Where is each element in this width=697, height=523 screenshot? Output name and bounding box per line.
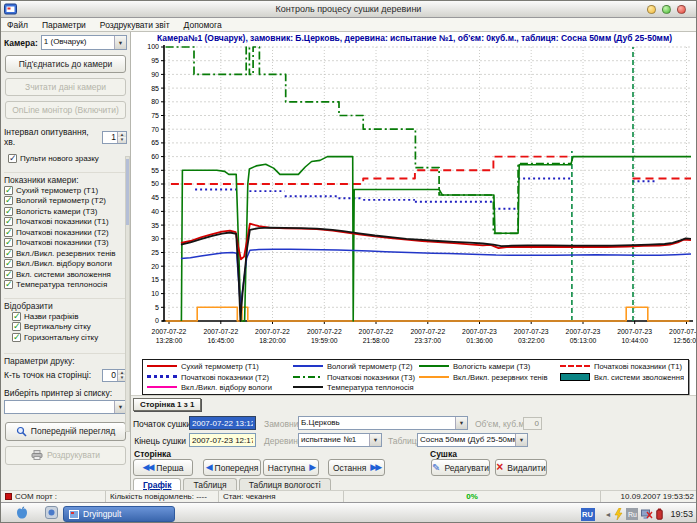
indicator-checkbox-2[interactable]: ✓ <box>4 207 13 216</box>
legend-item-2: Вологість камери (Т3) <box>419 362 560 371</box>
indicator-label-7: Вкл./Викл. відбору вологи <box>16 259 112 268</box>
double-right-arrow-icon: ▶▶ <box>370 463 380 472</box>
camera-select[interactable]: 1 (Овчарук) ▼ <box>41 35 127 50</box>
apple-menu-icon[interactable] <box>15 506 29 521</box>
scrollbar-thumb[interactable] <box>126 159 129 225</box>
legend-label: Початкові показники (Т1) <box>594 362 682 371</box>
new-sample-label: Пульти нового зразку <box>20 154 99 163</box>
bottom-panel: Сторінка 1 з 1 Початок сушки Замовник Б.… <box>131 395 697 490</box>
volume-label: Об'єм, куб.м. <box>475 419 527 429</box>
legend-item-8: Вкл./Викл. відбору вологи <box>147 383 293 392</box>
sidebar-scrollbar[interactable] <box>125 156 130 432</box>
minimize-button[interactable] <box>647 5 656 14</box>
svg-text:2007-07-23: 2007-07-23 <box>462 328 497 335</box>
spinner-down-icon[interactable]: ▼ <box>118 137 126 143</box>
lightning-icon[interactable] <box>614 508 623 520</box>
chevron-down-icon: ▼ <box>515 434 527 446</box>
wood-select[interactable]: испытание №1 ▼ <box>298 433 382 447</box>
indicator-label-0: Сухий термометр (Т1) <box>16 186 98 195</box>
dock-app-icon[interactable] <box>45 506 58 519</box>
delete-button[interactable]: × Видалити <box>495 459 547 476</box>
indicator-checkbox-4[interactable]: ✓ <box>4 228 13 237</box>
camera-value: 1 (Овчарук) <box>42 36 114 49</box>
printer-value <box>5 401 114 413</box>
window-title: Контроль процесу сушки деревини <box>1 4 696 14</box>
indicator-checkbox-6[interactable]: ✓ <box>4 249 13 258</box>
svg-text:35: 35 <box>151 222 159 229</box>
interval-spinner[interactable]: 1 ▲▼ <box>102 131 127 144</box>
svg-text:10:44:00: 10:44:00 <box>621 337 648 344</box>
zoom-button[interactable] <box>662 5 671 14</box>
legend-label: Вологість камери (Т3) <box>453 362 530 371</box>
legend-label: Початкові показники (Т3) <box>327 373 415 382</box>
connect-button[interactable]: Під'єднатись до камери <box>5 55 126 73</box>
indicator-label-9: Температура теплоносія <box>16 280 107 289</box>
messages-label: Кількість повідомлень: ---- <box>110 492 207 501</box>
customer-select[interactable]: Б.Церковь ▼ <box>298 416 468 430</box>
svg-text:2007-07-23: 2007-07-23 <box>617 328 652 335</box>
menu-item-1[interactable]: Параметри <box>42 20 86 30</box>
svg-text:01:36:00: 01:36:00 <box>466 337 493 344</box>
new-sample-checkbox[interactable]: ✓ <box>8 154 17 163</box>
indicator-checkbox-8[interactable]: ✓ <box>4 270 13 279</box>
svg-text:70: 70 <box>151 126 159 133</box>
svg-text:40: 40 <box>151 208 159 215</box>
last-page-label: Остання <box>333 463 366 473</box>
svg-text:55: 55 <box>151 167 159 174</box>
taskbar-active-task[interactable]: Dryingpult <box>63 506 175 522</box>
next-page-label: Наступна <box>268 463 305 473</box>
network-disconnected-icon[interactable] <box>641 509 653 520</box>
indicator-checkbox-7[interactable]: ✓ <box>4 259 13 268</box>
indicator-row-0: ✓Сухий термометр (Т1) <box>4 185 127 196</box>
table-select[interactable]: Сосна 50мм (Дуб 25-50мм) ▼ <box>417 433 528 447</box>
display-option-checkbox-0[interactable]: ✓ <box>12 312 21 321</box>
battery-icon[interactable] <box>656 508 663 520</box>
svg-text:50: 50 <box>151 180 159 187</box>
volume-field[interactable] <box>523 417 542 430</box>
first-page-button[interactable]: ◀◀ Перша <box>133 459 193 476</box>
preview-button[interactable]: Попередній перегляд <box>5 422 126 441</box>
printer-select[interactable]: ▼ <box>4 400 127 414</box>
print-button[interactable]: Роздрукувати <box>5 446 126 465</box>
legend-sample-dashdot-icon <box>293 373 323 382</box>
menu-item-0[interactable]: Файл <box>7 20 28 30</box>
indicator-label-5: Початкові показники (Т3) <box>16 238 109 247</box>
next-page-button[interactable]: Наступна ▶ <box>263 459 319 476</box>
tray-language-icon[interactable]: Ru <box>626 508 638 520</box>
display-option-checkbox-1[interactable]: ✓ <box>12 322 21 331</box>
language-indicator[interactable]: RU <box>581 508 595 521</box>
task-label: Dryingpult <box>83 509 121 519</box>
svg-text:95: 95 <box>151 57 159 64</box>
delete-label: Видалити <box>507 463 545 473</box>
display-option-checkbox-2[interactable]: ✓ <box>12 333 21 342</box>
title-bar: Контроль процесу сушки деревини <box>1 1 696 18</box>
tray-collapse-icon[interactable]: ◄ <box>605 511 612 518</box>
legend-item-1: Вологий термометр (Т2) <box>293 362 419 371</box>
com-led-icon <box>5 493 12 500</box>
last-page-button[interactable]: Остання ▶▶ <box>328 459 385 476</box>
customer-label: Замовник <box>264 419 302 429</box>
page-indicator-tab[interactable]: Сторінка 1 з 1 <box>133 398 201 411</box>
start-date-field[interactable] <box>189 416 256 430</box>
indicator-checkbox-1[interactable]: ✓ <box>4 196 13 205</box>
svg-text:2007-07-22: 2007-07-22 <box>307 328 342 335</box>
svg-text:45: 45 <box>151 194 159 201</box>
legend-label: Вкл. системи зволоження <box>594 373 684 382</box>
svg-text:13:28:00: 13:28:00 <box>156 337 183 344</box>
start-label: Початок сушки <box>133 419 186 429</box>
close-button[interactable] <box>677 5 686 14</box>
new-sample-row: ✓ Пульти нового зразку <box>8 153 127 164</box>
points-spinner[interactable]: 0 ▲▼ <box>102 369 127 382</box>
end-date-field[interactable] <box>189 433 256 447</box>
prev-page-button[interactable]: ◀ Попередня <box>203 459 261 476</box>
indicator-checkbox-9[interactable]: ✓ <box>4 280 13 289</box>
indicator-checkbox-3[interactable]: ✓ <box>4 217 13 226</box>
indicator-checkbox-0[interactable]: ✓ <box>4 186 13 195</box>
read-data-button[interactable]: Зчитати дані камери <box>5 78 126 96</box>
edit-button[interactable]: ✎ Редагувати <box>431 459 490 476</box>
svg-text:19:59:00: 19:59:00 <box>311 337 338 344</box>
indicator-checkbox-5[interactable]: ✓ <box>4 238 13 247</box>
menu-item-2[interactable]: Роздрукувати звіт <box>100 20 170 30</box>
online-monitor-button[interactable]: OnLine монітор (Включити) <box>5 101 126 119</box>
menu-item-3[interactable]: Допомога <box>184 20 222 30</box>
